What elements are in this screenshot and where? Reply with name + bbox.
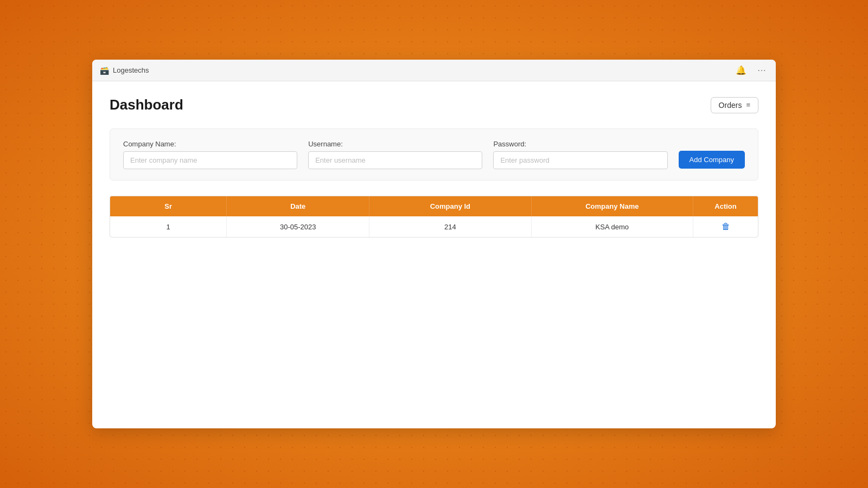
add-company-button[interactable]: Add Company bbox=[679, 151, 745, 169]
orders-button[interactable]: Orders ≡ bbox=[711, 97, 758, 113]
cell-sr: 1 bbox=[110, 216, 227, 237]
company-name-group: Company Name: bbox=[123, 140, 297, 169]
app-icon: 🗃️ bbox=[100, 66, 108, 75]
table-row: 1 30-05-2023 214 KSA demo 🗑 bbox=[110, 216, 758, 237]
page-title: Dashboard bbox=[110, 97, 183, 113]
company-name-input[interactable] bbox=[123, 151, 297, 169]
company-name-label: Company Name: bbox=[123, 140, 297, 148]
titlebar: 🗃️ Logestechs 🔔 ⋯ bbox=[92, 60, 776, 81]
username-input[interactable] bbox=[308, 151, 482, 169]
cell-company-id: 214 bbox=[369, 216, 532, 237]
add-company-form: Company Name: Username: Password: Add Co… bbox=[110, 129, 758, 181]
more-icon: ⋯ bbox=[757, 66, 766, 75]
col-header-company-id: Company Id bbox=[369, 196, 532, 216]
filter-icon: ≡ bbox=[746, 101, 750, 109]
cell-action: 🗑 bbox=[693, 216, 758, 237]
delete-button[interactable]: 🗑 bbox=[722, 222, 730, 232]
username-group: Username: bbox=[308, 140, 482, 169]
password-label: Password: bbox=[493, 140, 667, 148]
cell-company-name: KSA demo bbox=[531, 216, 693, 237]
main-content: Dashboard Orders ≡ Company Name: Usernam… bbox=[92, 81, 776, 428]
password-group: Password: bbox=[493, 140, 667, 169]
notification-bell-button[interactable]: 🔔 bbox=[733, 64, 749, 76]
more-options-button[interactable]: ⋯ bbox=[755, 64, 768, 76]
main-window: 🗃️ Logestechs 🔔 ⋯ Dashboard Orders ≡ bbox=[92, 60, 776, 428]
username-label: Username: bbox=[308, 140, 482, 148]
companies-table-container: Sr Date Company Id Company Name Action 1… bbox=[110, 196, 758, 237]
col-header-sr: Sr bbox=[110, 196, 227, 216]
titlebar-left: 🗃️ Logestechs bbox=[100, 66, 149, 75]
orders-button-label: Orders bbox=[719, 101, 742, 110]
table-body: 1 30-05-2023 214 KSA demo 🗑 bbox=[110, 216, 758, 237]
password-input[interactable] bbox=[493, 151, 667, 169]
page-header: Dashboard Orders ≡ bbox=[110, 97, 758, 113]
form-row: Company Name: Username: Password: Add Co… bbox=[123, 140, 745, 169]
cell-date: 30-05-2023 bbox=[227, 216, 369, 237]
table-header-row: Sr Date Company Id Company Name Action bbox=[110, 196, 758, 216]
titlebar-right: 🔔 ⋯ bbox=[733, 64, 768, 76]
col-header-action: Action bbox=[693, 196, 758, 216]
col-header-date: Date bbox=[227, 196, 369, 216]
titlebar-title: Logestechs bbox=[113, 66, 149, 74]
bell-icon: 🔔 bbox=[736, 66, 746, 75]
companies-table: Sr Date Company Id Company Name Action 1… bbox=[110, 196, 758, 237]
col-header-company-name: Company Name bbox=[531, 196, 693, 216]
